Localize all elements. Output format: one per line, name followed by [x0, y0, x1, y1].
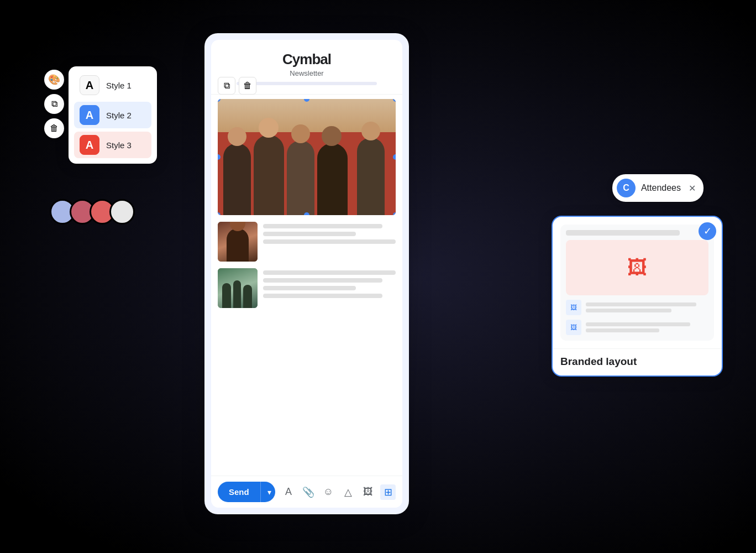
emoji-icon[interactable]: ☺ — [321, 484, 336, 500]
send-chevron-btn[interactable]: ▾ — [260, 482, 275, 502]
attach-icon[interactable]: 📎 — [301, 484, 316, 500]
send-button[interactable]: Send — [218, 482, 260, 502]
trash-icon: 🗑 — [50, 123, 59, 133]
photo-icon[interactable]: 🖼 — [360, 484, 376, 500]
thumbnail-2 — [218, 268, 258, 308]
email-bottom-toolbar: Send ▾ A 📎 ☺ △ 🖼 ⊞ — [211, 476, 402, 508]
lp-lines-2 — [586, 322, 708, 332]
lp-lines-1 — [586, 302, 708, 312]
branded-card-content: 🖼 🖼 🖼 — [553, 217, 722, 348]
palette-icon-btn[interactable]: 🎨 — [44, 70, 64, 90]
lp-line — [586, 328, 659, 332]
handle-br[interactable] — [393, 212, 396, 215]
style-picker-group: 🎨 ⧉ 🗑 A Style 1 A Style 2 A Style 3 — [44, 66, 157, 164]
text-line — [263, 278, 382, 283]
email-divider-line — [237, 82, 377, 85]
style-item-2[interactable]: A Style 2 — [74, 102, 151, 128]
style-panel: A Style 1 A Style 2 A Style 3 — [69, 66, 157, 164]
text-line — [263, 239, 396, 244]
chip-avatar: C — [617, 179, 636, 197]
color-swatches — [50, 199, 135, 225]
style-letter-default: A — [80, 75, 99, 95]
style-item-3[interactable]: A Style 3 — [74, 132, 151, 158]
lp-image-block: 🖼 — [566, 240, 708, 295]
format-icons: A 📎 ☺ △ 🖼 ⊞ — [281, 484, 396, 500]
copy-icon-btn[interactable]: ⧉ — [44, 94, 64, 114]
chip-close-btn[interactable]: ✕ — [689, 183, 696, 194]
lp-small-img-2: 🖼 — [566, 320, 581, 335]
palette-icon: 🎨 — [48, 74, 60, 86]
text-line — [263, 294, 382, 298]
text-line — [263, 224, 382, 228]
style-label-1: Style 1 — [106, 81, 132, 90]
image-delete-btn[interactable]: 🗑 — [239, 77, 256, 95]
main-scene: 🎨 ⧉ 🗑 A Style 1 A Style 2 A Style 3 — [0, 0, 756, 553]
branded-layout-card[interactable]: ✓ 🖼 🖼 🖼 — [552, 216, 723, 377]
image-copy-btn[interactable]: ⧉ — [218, 77, 235, 95]
email-subhead: Newsletter — [220, 69, 393, 77]
text-lines-1 — [263, 222, 396, 244]
email-logo: Cymbal — [220, 51, 393, 68]
swatch-grey[interactable] — [109, 199, 135, 225]
chip-label: Attendees — [641, 183, 681, 193]
lp-small-img-1: 🖼 — [566, 300, 581, 315]
content-row-1 — [218, 222, 396, 262]
text-lines-2 — [263, 268, 396, 298]
format-text-icon[interactable]: A — [281, 484, 296, 500]
lp-line — [586, 322, 690, 326]
lp-row-2: 🖼 — [566, 320, 708, 335]
text-line — [263, 286, 356, 290]
text-line — [263, 232, 356, 236]
content-row-2 — [218, 268, 396, 308]
lp-header-bar — [566, 230, 680, 236]
style-item-1[interactable]: A Style 1 — [74, 72, 151, 98]
style-label-2: Style 2 — [106, 111, 132, 120]
content-rows — [211, 215, 402, 476]
send-btn-group: Send ▾ — [218, 482, 275, 502]
handle-bc[interactable] — [304, 212, 309, 215]
style-letter-red: A — [80, 135, 99, 155]
drive-icon[interactable]: △ — [340, 484, 356, 500]
lp-line — [586, 302, 696, 306]
lp-image-placeholder-icon: 🖼 — [627, 256, 647, 279]
lp-row-1: 🖼 — [566, 300, 708, 315]
layout-preview: 🖼 🖼 🖼 — [560, 225, 714, 341]
style-letter-blue: A — [80, 105, 99, 125]
photo-simulation — [218, 99, 396, 215]
thumbnail-1 — [218, 222, 258, 262]
image-toolbar: ⧉ 🗑 — [218, 77, 256, 95]
layout-icon[interactable]: ⊞ — [380, 484, 396, 500]
check-badge: ✓ — [699, 222, 716, 240]
main-image-container[interactable]: ⧉ 🗑 — [218, 99, 396, 215]
main-image — [218, 99, 396, 215]
trash-icon-btn[interactable]: 🗑 — [44, 118, 64, 138]
handle-mr[interactable] — [393, 154, 396, 160]
icon-toolbar: 🎨 ⧉ 🗑 — [44, 70, 64, 138]
lp-line — [586, 309, 671, 312]
branded-layout-title: Branded layout — [553, 348, 722, 375]
copy-icon: ⧉ — [51, 99, 57, 109]
attendees-chip: C Attendees ✕ — [612, 174, 704, 202]
text-line — [263, 270, 396, 275]
chevron-down-icon: ▾ — [267, 488, 271, 497]
style-label-3: Style 3 — [106, 140, 132, 150]
email-card-inner: Cymbal Newsletter ⧉ 🗑 — [211, 40, 402, 508]
email-card: Cymbal Newsletter ⧉ 🗑 — [204, 33, 409, 514]
check-icon: ✓ — [704, 225, 712, 237]
